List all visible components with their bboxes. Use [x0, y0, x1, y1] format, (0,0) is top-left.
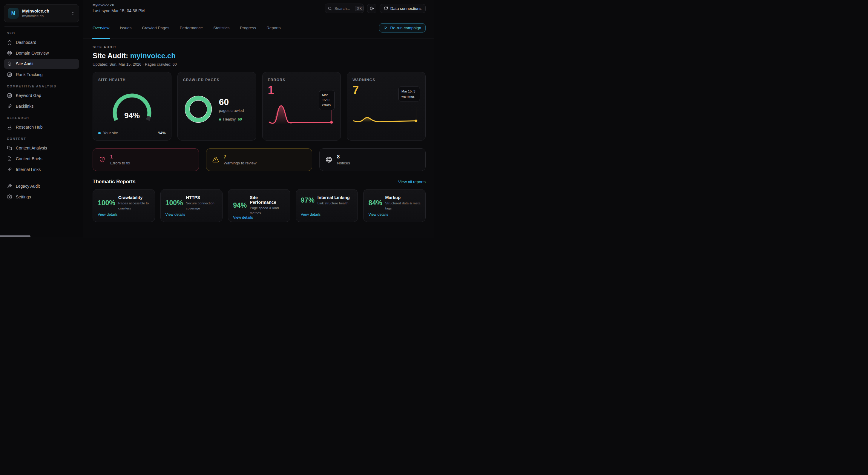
warnings-title: WARNINGS: [352, 78, 420, 82]
thematic-card-internal-linking: 97% Internal Linking Link structure heal…: [296, 189, 358, 222]
sidebar-item-label: Domain Overview: [16, 51, 49, 56]
sidebar-item-site-audit[interactable]: Site Audit: [4, 59, 79, 69]
tab-progress[interactable]: Progress: [240, 17, 256, 38]
tab-statistics[interactable]: Statistics: [213, 17, 229, 38]
search-field[interactable]: [335, 6, 352, 11]
data-connections-button[interactable]: Data connections: [380, 4, 426, 13]
sidebar-item-label: Legacy Audit: [16, 184, 40, 189]
sidebar-item-label: Site Audit: [16, 62, 33, 66]
thematic-title: Site Performance: [250, 195, 285, 205]
warnings-chart: Mar 15: 3 warnings: [352, 97, 420, 136]
play-icon: [383, 26, 388, 30]
errors-summary-value: 1: [110, 154, 130, 160]
page-title-domain: myinvoice.ch: [130, 52, 176, 60]
site-health-legend-value: 94%: [158, 131, 166, 135]
warnings-summary-box[interactable]: 7 Warnings to review: [206, 148, 312, 171]
sidebar-item-backlinks[interactable]: Backlinks: [4, 101, 79, 111]
chart-square-icon: [7, 93, 12, 98]
home-icon: [7, 40, 12, 45]
crawled-pages-subtitle: pages crawled: [219, 108, 244, 113]
view-details-link[interactable]: View details: [98, 212, 150, 218]
notices-summary-box[interactable]: 8 Notices: [319, 148, 426, 171]
thematic-description: Page speed & load metrics: [250, 206, 285, 215]
thematic-card-crawlability: 100% Crawlability Pages accessible to cr…: [93, 189, 155, 222]
sidebar-item-label: Dashboard: [16, 40, 36, 45]
sidebar-item-label: Rank Tracking: [16, 72, 42, 77]
sidebar-item-research-hub[interactable]: Research Hub: [4, 122, 79, 132]
search-icon: [328, 6, 332, 11]
crawled-pages-donut: [183, 94, 214, 125]
sidebar: M MyInvoice.ch myinvoice.ch SEO Dashboar…: [0, 0, 83, 238]
thematic-description: Link structure health: [317, 201, 350, 206]
globe-icon: [325, 156, 333, 163]
stat-cards: SITE HEALTH 94% Your site 94%: [93, 72, 426, 140]
view-all-reports-link[interactable]: View all reports: [398, 180, 426, 184]
site-health-card: SITE HEALTH 94% Your site 94%: [93, 72, 172, 140]
thematic-card-markup: 84% Markup Structured data & meta tags V…: [363, 189, 426, 222]
rerun-campaign-button[interactable]: Re-run campaign: [379, 23, 426, 33]
theme-toggle-button[interactable]: [367, 4, 376, 13]
tab-reports[interactable]: Reports: [267, 17, 280, 38]
errors-summary-label: Errors to fix: [110, 161, 130, 165]
sidebar-item-rank-tracking[interactable]: Rank Tracking: [4, 70, 79, 80]
healthy-label: Healthy: [223, 117, 236, 122]
page-title: Site Audit: myinvoice.ch: [93, 52, 426, 60]
healthy-value: 60: [238, 117, 242, 122]
thematic-percent: 97%: [301, 196, 314, 204]
thematic-percent: 94%: [233, 201, 247, 209]
legend-dot-green: [219, 118, 221, 121]
sidebar-item-internal-links[interactable]: Internal Links: [4, 164, 79, 174]
search-shortcut-kbd: ⌘K: [355, 6, 364, 11]
thematic-title: Markup: [385, 195, 421, 200]
crawled-pages-value: 60: [219, 97, 244, 107]
triangle-alert-icon: [212, 156, 219, 163]
page-meta: Updated: Sun, Mar 15, 2026 · Pages crawl…: [93, 62, 426, 67]
thematic-heading: Thematic Reports: [93, 179, 135, 185]
gear-icon: [7, 194, 12, 200]
link-icon: [7, 167, 12, 172]
content: SITE AUDIT Site Audit: myinvoice.ch Upda…: [83, 39, 434, 238]
sidebar-item-settings[interactable]: Settings: [4, 192, 79, 202]
thematic-card-site-performance: 94% Site Performance Page speed & load m…: [228, 189, 290, 222]
chart-square-icon: [7, 72, 12, 77]
warnings-summary-label: Warnings to review: [224, 161, 256, 165]
tab-performance[interactable]: Performance: [180, 17, 203, 38]
tab-issues[interactable]: Issues: [120, 17, 131, 38]
view-details-link[interactable]: View details: [165, 212, 218, 218]
workspace-avatar: M: [8, 8, 19, 19]
thematic-description: Pages accessible to crawlers: [118, 201, 150, 211]
sidebar-item-label: Research Hub: [16, 125, 43, 130]
crawled-pages-card: CRAWLED PAGES 60 pages crawled Healthy: [178, 72, 256, 140]
view-details-link[interactable]: View details: [233, 215, 285, 221]
sidebar-item-domain-overview[interactable]: Domain Overview: [4, 48, 79, 58]
thematic-title: Internal Linking: [317, 195, 350, 200]
page-eyebrow: SITE AUDIT: [93, 45, 426, 49]
workspace-domain: myinvoice.ch: [22, 14, 67, 18]
globe-icon: [7, 50, 12, 56]
view-details-link[interactable]: View details: [301, 212, 353, 218]
warnings-card: WARNINGS 7: [347, 72, 426, 140]
thematic-cards: 100% Crawlability Pages accessible to cr…: [93, 189, 426, 222]
notices-summary-value: 8: [337, 154, 350, 160]
summary-row: 1 Errors to fix 7 Warnings to review 8 N…: [93, 148, 426, 171]
topbar-project-label: MyInvoice.ch: [93, 3, 145, 7]
search-input[interactable]: ⌘K: [325, 4, 364, 13]
sidebar-item-keyword-gap[interactable]: Keyword Gap: [4, 91, 79, 101]
site-health-value: 94%: [124, 111, 140, 120]
errors-summary-box[interactable]: 1 Errors to fix: [93, 148, 199, 171]
tab-crawled-pages[interactable]: Crawled Pages: [142, 17, 169, 38]
sidebar-item-legacy-audit[interactable]: Legacy Audit: [4, 181, 79, 191]
sidebar-item-dashboard[interactable]: Dashboard: [4, 37, 79, 47]
workspace-switcher[interactable]: M MyInvoice.ch myinvoice.ch: [4, 4, 79, 22]
sidebar-scrollbar[interactable]: [0, 235, 30, 237]
main-area: MyInvoice.ch Last sync Mar 15, 04:38 PM …: [83, 0, 434, 238]
tab-overview[interactable]: Overview: [93, 17, 109, 38]
sidebar-item-label: Keyword Gap: [16, 93, 41, 98]
thematic-percent: 84%: [368, 199, 382, 207]
sun-icon: [370, 6, 374, 11]
errors-tooltip: Mar 15: 0 errors: [319, 90, 335, 110]
errors-chart: Mar 15: 0 errors: [268, 97, 335, 136]
view-details-link[interactable]: View details: [368, 212, 421, 218]
sidebar-item-content-briefs[interactable]: Content Briefs: [4, 154, 79, 164]
sidebar-item-content-analysis[interactable]: Content Analysis: [4, 143, 79, 153]
